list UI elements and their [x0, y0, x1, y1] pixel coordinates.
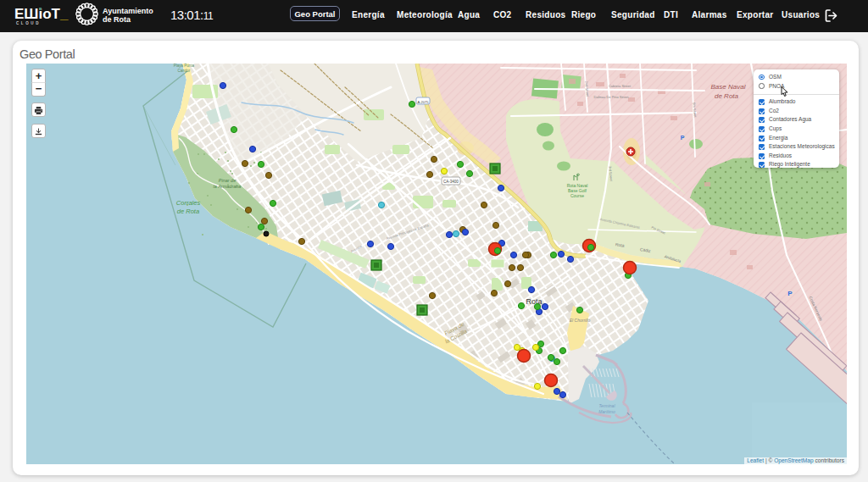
svg-text:Marítimo: Marítimo [598, 409, 615, 414]
svg-text:Candor: Candor [178, 69, 191, 73]
svg-text:P: P [787, 290, 793, 297]
svg-text:Course: Course [570, 193, 584, 198]
svg-text:Terminal: Terminal [599, 403, 616, 408]
svg-text:Base Naval: Base Naval [711, 83, 746, 91]
svg-text:P: P [681, 135, 685, 141]
svg-text:Cabrera Street: Cabrera Street [609, 84, 632, 88]
svg-text:Dalmau De Pino Street: Dalmau De Pino Street [594, 95, 630, 99]
svg-text:El Chorrillo: El Chorrillo [570, 318, 591, 323]
svg-text:de Rota: de Rota [177, 208, 199, 215]
svg-text:de Rota: de Rota [715, 92, 739, 100]
svg-text:A-2075: A-2075 [418, 100, 430, 104]
svg-text:Pinar de: Pinar de [219, 178, 236, 183]
svg-text:CA-3400: CA-3400 [443, 180, 459, 184]
svg-text:Corrales: Corrales [176, 199, 201, 207]
svg-text:Playa Punta: Playa Punta [174, 64, 195, 68]
svg-text:la Armadraba: la Armadraba [214, 184, 242, 189]
